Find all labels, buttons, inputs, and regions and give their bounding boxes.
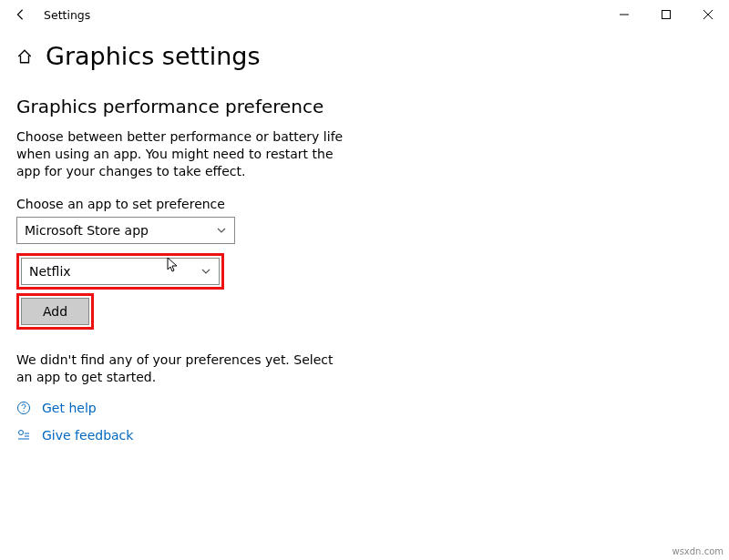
svg-rect-0 (662, 11, 671, 19)
give-feedback-link[interactable]: Give feedback (42, 428, 133, 443)
add-button[interactable]: Add (21, 298, 89, 325)
help-icon (16, 401, 31, 415)
app-type-dropdown[interactable]: Microsoft Store app (16, 217, 235, 244)
chevron-down-icon (216, 225, 227, 236)
window-controls (603, 0, 729, 29)
highlight-app-select: Netflix (16, 253, 224, 290)
arrow-left-icon (14, 8, 26, 21)
maximize-icon (662, 10, 671, 19)
empty-message: We didn't find any of your preferences y… (16, 351, 344, 386)
home-icon[interactable] (16, 48, 33, 65)
content-area: Graphics settings Graphics performance p… (0, 29, 729, 385)
app-select-value: Netflix (29, 264, 71, 279)
back-button[interactable] (11, 8, 29, 21)
close-button[interactable] (687, 0, 729, 29)
close-icon (703, 10, 713, 19)
titlebar: Settings (0, 0, 729, 29)
feedback-icon (16, 428, 31, 443)
page-header: Graphics settings (16, 42, 713, 70)
get-help-row: Get help (16, 401, 133, 415)
svg-point-2 (19, 431, 24, 435)
minimize-icon (620, 10, 629, 19)
window-title: Settings (44, 8, 90, 22)
chevron-down-icon (200, 266, 211, 277)
add-button-label: Add (43, 304, 67, 319)
get-help-link[interactable]: Get help (42, 401, 97, 415)
app-type-label: Choose an app to set preference (16, 197, 713, 211)
watermark: wsxdn.com (672, 546, 724, 556)
section-description: Choose between better performance or bat… (16, 128, 344, 180)
minimize-button[interactable] (603, 0, 645, 29)
app-type-value: Microsoft Store app (25, 223, 149, 238)
give-feedback-row: Give feedback (16, 428, 133, 443)
section-heading: Graphics performance preference (16, 96, 713, 117)
page-title: Graphics settings (46, 42, 261, 70)
maximize-button[interactable] (645, 0, 687, 29)
app-select-dropdown[interactable]: Netflix (21, 258, 220, 285)
highlight-add-button: Add (16, 293, 94, 330)
footer-links: Get help Give feedback (16, 401, 133, 455)
